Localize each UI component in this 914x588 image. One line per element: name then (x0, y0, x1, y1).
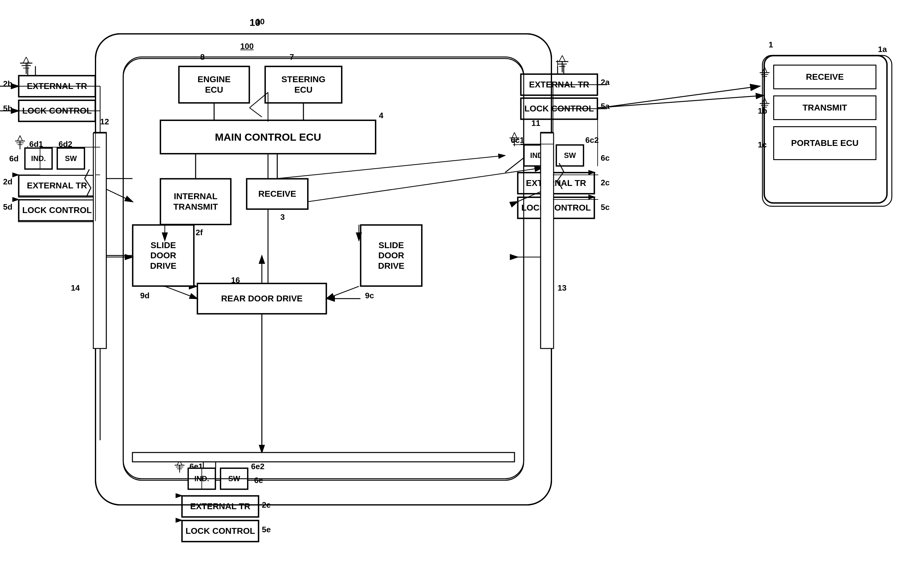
ref-14-label: 14 (71, 283, 80, 293)
svg-marker-104 (762, 67, 767, 73)
lock-control-5e-box: LOCK CONTROL (182, 520, 259, 542)
ref-4-label: 4 (379, 111, 383, 120)
lock-control-5c-box: LOCK CONTROL (518, 197, 595, 218)
ref-6c1-label: 6c1 (511, 136, 524, 145)
ref-6c-label: 6c (601, 153, 610, 163)
main-control-ecu-box: MAIN CONTROL ECU (160, 120, 376, 154)
ref-12-label: 12 (100, 117, 109, 126)
svg-marker-79 (23, 57, 29, 63)
ref-2b-label: 2b (3, 79, 12, 89)
svg-line-112 (601, 86, 759, 108)
antenna-receive-portable (759, 67, 771, 82)
slide-door-drive-left-box: SLIDEDOORDRIVE (133, 225, 194, 286)
lock-control-5d-box: LOCK CONTROL (18, 199, 95, 221)
ref-2e-label: 2e (262, 500, 271, 510)
ref-1a-label: 1a (878, 45, 887, 54)
ref-8-label: 8 (200, 52, 205, 62)
svg-line-115 (308, 168, 542, 202)
ref-6e-label: 6e (254, 476, 263, 485)
ref-1-label: 1 (768, 40, 773, 50)
sw-6d-box: SW (57, 148, 85, 169)
slide-door-drive-right-box: SLIDEDOORDRIVE (361, 225, 422, 286)
ref-6e2-label: 6e2 (251, 462, 264, 471)
antenna-6e (173, 460, 186, 474)
ref-15-label: 15 (459, 454, 468, 464)
svg-line-45 (598, 95, 764, 108)
svg-marker-99 (177, 460, 182, 465)
svg-line-49 (277, 155, 505, 179)
ref-6d-label: 6d (9, 154, 18, 163)
ref-2a-label: 2a (601, 78, 610, 87)
ref-5b-label: 5b (3, 104, 12, 113)
ref-9c-label: 9c (365, 291, 374, 300)
left-door-bar (94, 132, 106, 348)
ref-9d-label: 9d (140, 291, 149, 300)
lock-control-5b-box: LOCK CONTROL (18, 100, 95, 121)
portable-ecu-box: PORTABLE ECU (773, 126, 877, 160)
ref-5e-label: 5e (262, 525, 271, 535)
antenna-transmit-portable (759, 98, 771, 113)
ref-10-top: 10 (249, 17, 260, 28)
antenna-2a (555, 55, 570, 74)
ref-100-label: 100 (240, 42, 254, 51)
svg-marker-109 (762, 98, 767, 103)
antenna-2b (18, 57, 34, 75)
ref-2c-label: 2c (601, 178, 610, 187)
ref-2f-label: 2f (196, 228, 203, 237)
ref-5d-label: 5d (3, 202, 12, 212)
external-tr-2c-box: EXTERNAL TR (518, 173, 595, 194)
transmit-portable-box: TRANSMIT (773, 95, 877, 120)
steering-ecu-box: STEERINGECU (265, 66, 342, 103)
external-tr-2b-box: EXTERNAL TR (18, 76, 95, 97)
engine-ecu-box: ENGINEECU (179, 66, 249, 103)
svg-line-136 (327, 286, 359, 299)
rear-door-drive-box: REAR DOOR DRIVE (197, 283, 327, 314)
sw-6c-box: SW (556, 145, 584, 166)
antenna-6d (14, 136, 26, 150)
ref-7-label: 7 (290, 52, 294, 62)
ref-2d-label: 2d (3, 177, 12, 187)
ind-6e-box: IND. (188, 468, 216, 489)
svg-rect-151 (133, 452, 514, 462)
external-tr-2d-box: EXTERNAL TR (18, 175, 95, 196)
ref-16-label: 16 (231, 276, 240, 285)
external-tr-2a-box: EXTERNAL TR (521, 74, 598, 95)
ref-1c-label: 1c (758, 140, 767, 150)
ref-13-label: 13 (558, 283, 566, 293)
svg-rect-5 (133, 452, 514, 462)
receive-portable-box: RECEIVE (773, 65, 877, 89)
ref-5c-label: 5c (601, 203, 610, 212)
lock-control-5a-box: LOCK CONTROL (521, 98, 598, 120)
svg-marker-84 (559, 55, 565, 61)
sw-6e-box: SW (220, 468, 248, 489)
svg-line-135 (165, 286, 197, 299)
external-tr-2e-box: EXTERNAL TR (182, 496, 259, 517)
receive-center-box: RECEIVE (246, 179, 308, 209)
ind-6c-box: IND. (524, 145, 552, 166)
svg-line-166 (249, 108, 262, 117)
ref-6c2-label: 6c2 (585, 136, 599, 145)
svg-marker-89 (18, 136, 23, 141)
ind-6d-box: IND. (25, 148, 52, 169)
ref-3-label: 3 (280, 212, 285, 222)
internal-transmit-box: INTERNALTRANSMIT (160, 179, 231, 225)
ref-11-label: 11 (531, 118, 540, 128)
ref-5a-label: 5a (601, 102, 610, 111)
